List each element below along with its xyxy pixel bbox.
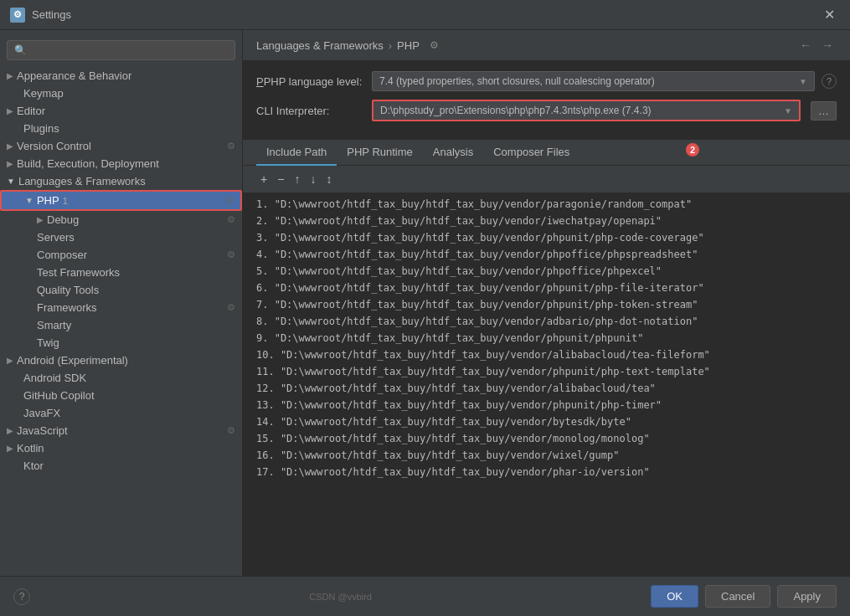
cli-interpreter-row: CLI Interpreter: D:\phpstudy_pro\Extensi… — [256, 100, 837, 121]
path-item[interactable]: 17. "D:\wwwroot/htdf_tax_buy/htdf_tax_bu… — [243, 464, 850, 480]
path-item[interactable]: 7. "D:\wwwroot/htdf_tax_buy/htdf_tax_buy… — [243, 296, 850, 313]
cli-label-text: CLI Interpreter: — [256, 105, 329, 117]
path-item[interactable]: 16. "D:\wwwroot/htdf_tax_buy/htdf_tax_bu… — [243, 447, 850, 464]
search-bar[interactable]: 🔍 — [7, 40, 235, 60]
sidebar-item-ktor[interactable]: Ktor — [0, 457, 242, 475]
language-level-label-text: PHP language level: — [264, 75, 363, 88]
breadcrumb-settings-icon[interactable]: ⚙ — [430, 39, 439, 51]
sidebar-item-javafx[interactable]: JavaFX — [0, 404, 242, 422]
path-item[interactable]: 11. "D:\wwwroot/htdf_tax_buy/htdf_tax_bu… — [243, 363, 850, 380]
sidebar-item-label: Keymap — [23, 87, 64, 100]
path-item[interactable]: 1. "D:\wwwroot/htdf_tax_buy/htdf_tax_buy… — [243, 196, 850, 213]
tab-composer-files[interactable]: Composer Files — [483, 140, 580, 166]
sidebar-item-appearance[interactable]: ▶ Appearance & Behavior — [0, 67, 242, 85]
arrow-icon: ▶ — [7, 426, 13, 435]
chevron-down-icon: ▼ — [784, 106, 792, 116]
sidebar-item-android-sdk[interactable]: Android SDK — [0, 369, 242, 387]
path-item[interactable]: 12. "D:\wwwroot/htdf_tax_buy/htdf_tax_bu… — [243, 380, 850, 397]
sidebar-item-label: Twig — [37, 336, 59, 349]
window-title: Settings — [32, 8, 819, 21]
sidebar-item-github-copilot[interactable]: GitHub Copilot — [0, 387, 242, 404]
move-up-button[interactable]: ↑ — [290, 171, 304, 187]
apply-button[interactable]: Apply — [777, 585, 837, 608]
number-badge: 1 — [63, 196, 68, 206]
help-button[interactable]: ? — [822, 74, 837, 89]
sidebar-item-javascript[interactable]: ▶ JavaScript ⚙ — [0, 422, 242, 439]
sidebar-item-version-control[interactable]: ▶ Version Control ⚙ — [0, 137, 242, 155]
sidebar-item-label: Editor — [17, 105, 45, 117]
sidebar-item-label: GitHub Copilot — [23, 389, 95, 402]
sidebar-item-composer[interactable]: Composer ⚙ — [0, 246, 242, 264]
sidebar-item-editor[interactable]: ▶ Editor — [0, 102, 242, 120]
sidebar: 🔍 ▶ Appearance & Behavior Keymap ▶ Edito… — [0, 30, 243, 576]
breadcrumb: Languages & Frameworks › PHP ⚙ ← → — [243, 30, 850, 61]
sidebar-item-smarty[interactable]: Smarty — [0, 316, 242, 334]
arrow-icon: ▶ — [7, 444, 13, 453]
cancel-button[interactable]: Cancel — [705, 585, 770, 608]
arrow-icon: ▶ — [7, 356, 13, 365]
sidebar-item-frameworks[interactable]: Frameworks ⚙ — [0, 299, 242, 316]
path-item[interactable]: 4. "D:\wwwroot/htdf_tax_buy/htdf_tax_buy… — [243, 246, 850, 263]
move-down-button[interactable]: ↓ — [306, 171, 320, 187]
sidebar-item-label: Smarty — [37, 319, 71, 331]
chevron-down-icon: ▼ — [799, 77, 807, 86]
more-button[interactable]: … — [811, 101, 837, 121]
sidebar-item-test-frameworks[interactable]: Test Frameworks — [0, 264, 242, 281]
language-level-select[interactable]: 7.4 (typed properties, short closures, n… — [372, 71, 815, 91]
settings-icon: ⚙ — [227, 425, 235, 436]
search-input[interactable] — [32, 44, 228, 56]
main-panel: Languages & Frameworks › PHP ⚙ ← → PPHP … — [243, 30, 850, 576]
nav-forward-button[interactable]: → — [818, 37, 837, 54]
path-list: 1. "D:\wwwroot/htdf_tax_buy/htdf_tax_buy… — [243, 192, 850, 576]
settings-icon: ⚙ — [227, 302, 235, 313]
path-item[interactable]: 10. "D:\wwwroot/htdf_tax_buy/htdf_tax_bu… — [243, 346, 850, 363]
add-button[interactable]: + — [256, 171, 271, 187]
sidebar-item-languages[interactable]: ▼ Languages & Frameworks — [0, 172, 242, 190]
cli-interpreter-select[interactable]: D:\phpstudy_pro\Extensions\php\php7.4.3n… — [372, 100, 801, 121]
path-item[interactable]: 6. "D:\wwwroot/htdf_tax_buy/htdf_tax_buy… — [243, 280, 850, 296]
tab-analysis[interactable]: Analysis — [423, 140, 483, 166]
sidebar-item-php[interactable]: ▼ PHP 1 ⚙ — [0, 190, 242, 211]
path-item[interactable]: 5. "D:\wwwroot/htdf_tax_buy/htdf_tax_buy… — [243, 263, 850, 280]
tabs-bar: Include Path PHP Runtime Analysis Compos… — [243, 140, 850, 166]
ok-button[interactable]: OK — [651, 585, 698, 608]
sidebar-item-label: Build, Execution, Deployment — [17, 157, 159, 170]
sort-button[interactable]: ↕ — [322, 171, 336, 187]
sidebar-item-android[interactable]: ▶ Android (Experimental) — [0, 352, 242, 369]
cli-value: D:\phpstudy_pro\Extensions\php\php7.4.3n… — [380, 105, 784, 116]
path-item[interactable]: 13. "D:\wwwroot/htdf_tax_buy/htdf_tax_bu… — [243, 397, 850, 413]
tab-php-runtime[interactable]: PHP Runtime — [337, 140, 423, 166]
app-icon: ⚙ — [10, 8, 25, 23]
sidebar-item-keymap[interactable]: Keymap — [0, 85, 242, 102]
sidebar-item-debug[interactable]: ▶ Debug ⚙ — [0, 211, 242, 228]
sidebar-item-label: PHP — [37, 194, 59, 207]
settings-icon: ⚙ — [227, 141, 235, 151]
sidebar-item-label: Android SDK — [23, 372, 86, 384]
path-item[interactable]: 3. "D:\wwwroot/htdf_tax_buy/htdf_tax_buy… — [243, 229, 850, 246]
sidebar-item-label: JavaScript — [17, 424, 68, 437]
path-item[interactable]: 9. "D:\wwwroot/htdf_tax_buy/htdf_tax_buy… — [243, 330, 850, 346]
sidebar-item-quality-tools[interactable]: Quality Tools — [0, 281, 242, 299]
sidebar-item-build[interactable]: ▶ Build, Execution, Deployment — [0, 155, 242, 172]
bottom-help-button[interactable]: ? — [13, 588, 30, 605]
sidebar-item-kotlin[interactable]: ▶ Kotlin — [0, 439, 242, 457]
sidebar-item-servers[interactable]: Servers — [0, 228, 242, 246]
path-item[interactable]: 8. "D:\wwwroot/htdf_tax_buy/htdf_tax_buy… — [243, 313, 850, 330]
breadcrumb-separator: › — [389, 39, 392, 52]
tab-include-path[interactable]: Include Path — [256, 140, 337, 166]
sidebar-item-twig[interactable]: Twig — [0, 334, 242, 352]
close-button[interactable]: ✕ — [819, 5, 840, 24]
path-item[interactable]: 14. "D:\wwwroot/htdf_tax_buy/htdf_tax_bu… — [243, 413, 850, 430]
language-level-row: PPHP language level: 7.4 (typed properti… — [256, 71, 837, 91]
nav-back-button[interactable]: ← — [796, 37, 815, 54]
path-item[interactable]: 2. "D:\wwwroot/htdf_tax_buy/htdf_tax_buy… — [243, 213, 850, 229]
sidebar-item-label: Ktor — [23, 459, 44, 472]
cli-label: CLI Interpreter: — [256, 105, 365, 117]
path-item[interactable]: 15. "D:\wwwroot/htdf_tax_buy/htdf_tax_bu… — [243, 430, 850, 447]
error-badge: 2 — [686, 143, 699, 157]
sidebar-item-label: Languages & Frameworks — [18, 175, 146, 187]
sidebar-item-plugins[interactable]: Plugins — [0, 120, 242, 137]
remove-button[interactable]: − — [273, 171, 288, 187]
search-icon: 🔍 — [14, 44, 27, 56]
settings-icon: ⚙ — [225, 195, 234, 206]
